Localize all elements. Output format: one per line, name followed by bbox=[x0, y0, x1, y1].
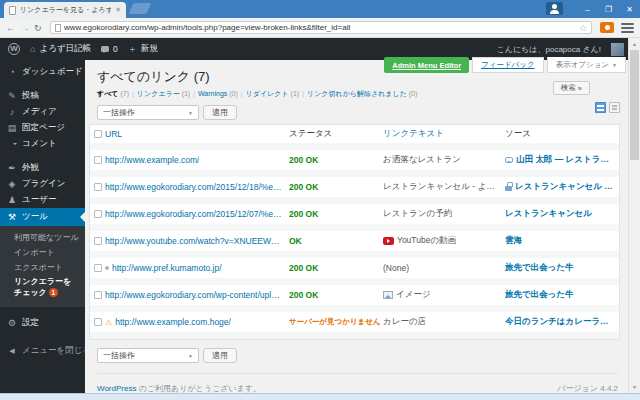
filter-redirects[interactable]: リダイレクト bbox=[246, 90, 289, 97]
feedback-button[interactable]: フィードバック bbox=[472, 57, 544, 73]
admin-menu-editor-button[interactable]: Admin Menu Editor bbox=[384, 57, 469, 73]
column-header-status: ステータス bbox=[289, 125, 383, 143]
browser-tab[interactable]: リンクエラーを見る・よろず日... ✕ bbox=[4, 2, 126, 18]
scroll-down-icon[interactable]: ▼ bbox=[629, 384, 640, 390]
sidebar-item-posts[interactable]: ✎ 投稿 bbox=[0, 88, 85, 104]
column-header-link-text[interactable]: リンクテキスト bbox=[383, 125, 505, 143]
new-tab-button[interactable] bbox=[129, 3, 152, 14]
screenshot-extension-icon[interactable] bbox=[600, 22, 614, 33]
status-text: 200 OK bbox=[289, 263, 318, 273]
link-url[interactable]: http://www.example.com/ bbox=[105, 155, 199, 165]
forward-icon[interactable]: → bbox=[20, 20, 30, 36]
filter-dismissed[interactable]: リンク切れから解除されました bbox=[307, 90, 407, 97]
column-header-url[interactable]: URL bbox=[105, 125, 289, 143]
sidebar-item-comments[interactable]: コメント bbox=[0, 136, 85, 152]
table-row: http://www.example.com/ 200 OK お洒落なレストラン… bbox=[90, 150, 619, 177]
submenu-available-tools[interactable]: 利用可能なツール bbox=[0, 231, 85, 246]
search-button[interactable]: 検索 » bbox=[553, 81, 590, 95]
select-all-checkbox[interactable] bbox=[94, 130, 102, 138]
source-link[interactable]: 旅先で出会った牛 bbox=[505, 289, 574, 301]
link-url[interactable]: http://www.pref.kumamoto.jp/ bbox=[112, 263, 222, 273]
screen-options-button[interactable]: 表示オプション ▼ bbox=[547, 57, 626, 73]
howdy-greeting[interactable]: こんにちは、pocapoca さん! bbox=[497, 44, 601, 55]
address-bar[interactable]: www.egokorodiary.com/wp-admin/tools.php?… bbox=[50, 21, 592, 34]
admin-bar-new[interactable]: ＋ 新規 bbox=[128, 43, 158, 56]
link-url[interactable]: http://www.example.com.hoge/ bbox=[115, 317, 231, 327]
bulk-action-select[interactable]: 一括操作 ▼ bbox=[97, 348, 199, 363]
link-text: YouTubeの動画 bbox=[397, 235, 456, 247]
row-checkbox[interactable] bbox=[94, 183, 102, 191]
admin-bar-site-link[interactable]: ⌂ よろず日記帳 bbox=[30, 43, 91, 55]
page-scrollbar[interactable]: ▲ ▼ bbox=[628, 38, 640, 393]
table-row: http://www.egokorodiary.com/2015/12/07/%… bbox=[90, 204, 619, 231]
search-arrow-icon: » bbox=[578, 84, 582, 93]
media-icon: ♪ bbox=[7, 107, 17, 117]
sidebar-item-dashboard[interactable]: ◔ ダッシュボード bbox=[0, 64, 85, 80]
close-button[interactable]: ✕ bbox=[619, 0, 640, 18]
status-text: 200 OK bbox=[289, 209, 318, 219]
sidebar-collapse-menu[interactable]: ◀ メニューを閉じる bbox=[0, 343, 85, 359]
status-text: 200 OK bbox=[289, 155, 318, 165]
bookmark-star-icon[interactable]: ☆ bbox=[579, 23, 587, 33]
source-link[interactable]: レストランキャンセル - よろず日... bbox=[515, 181, 613, 193]
sidebar-item-plugins[interactable]: ◈ プラグイン bbox=[0, 176, 85, 192]
user-avatar[interactable] bbox=[611, 43, 624, 56]
sidebar-item-media[interactable]: ♪ メディア bbox=[0, 104, 85, 120]
submenu-export[interactable]: エクスポート bbox=[0, 261, 85, 276]
sidebar-item-pages[interactable]: ▤ 固定ページ bbox=[0, 120, 85, 136]
source-link[interactable]: 旅先で出会った牛 bbox=[505, 262, 574, 274]
source-link[interactable]: 山田 太郎 — レストランの夕食い... bbox=[516, 154, 613, 166]
tab-close-icon[interactable]: ✕ bbox=[115, 6, 121, 14]
filter-broken[interactable]: リンクエラー bbox=[137, 90, 180, 97]
admin-bar-comments[interactable]: 0 bbox=[101, 44, 118, 54]
reload-icon[interactable]: ↻ bbox=[34, 20, 42, 36]
url-text[interactable]: www.egokorodiary.com/wp-admin/tools.php?… bbox=[64, 23, 576, 32]
row-checkbox[interactable] bbox=[94, 264, 102, 272]
chrome-profile-icon[interactable] bbox=[546, 2, 563, 15]
submenu-import[interactable]: インポート bbox=[0, 246, 85, 261]
row-checkbox[interactable] bbox=[94, 318, 102, 326]
maximize-button[interactable]: ❐ bbox=[598, 0, 619, 18]
minimize-button[interactable]: – bbox=[577, 0, 598, 18]
apply-button[interactable]: 適用 bbox=[203, 348, 237, 363]
back-icon[interactable]: ← bbox=[6, 20, 16, 36]
row-checkbox[interactable] bbox=[94, 210, 102, 218]
filter-links: すべて (7)|リンクエラー (1)|Warnings (0)|リダイレクト (… bbox=[97, 89, 417, 99]
comment-bubble-icon bbox=[101, 46, 109, 52]
page-icon bbox=[55, 24, 61, 32]
top-buttons: Admin Menu Editor フィードバック 表示オプション ▼ bbox=[384, 57, 626, 73]
row-checkbox[interactable] bbox=[94, 156, 102, 164]
source-link[interactable]: 雲海 bbox=[505, 235, 522, 247]
sidebar-item-tools[interactable]: ⚒ ツール bbox=[0, 208, 85, 226]
link-url[interactable]: http://www.youtube.com/watch?v=XNUEEWaaq… bbox=[105, 236, 283, 246]
submenu-check-link-errors[interactable]: リンクエラーをチェック1 bbox=[0, 275, 85, 301]
chrome-menu-icon[interactable] bbox=[621, 23, 634, 33]
link-url[interactable]: http://www.egokorodiary.com/wp-content/u… bbox=[105, 290, 283, 300]
scroll-up-icon[interactable]: ▲ bbox=[629, 41, 640, 47]
scrollbar-thumb[interactable] bbox=[630, 50, 639, 160]
apply-button[interactable]: 適用 bbox=[203, 105, 237, 120]
filter-warnings[interactable]: Warnings bbox=[198, 90, 227, 97]
row-checkbox[interactable] bbox=[94, 237, 102, 245]
wordpress-logo-icon[interactable]: W bbox=[8, 43, 20, 55]
source-link[interactable]: レストランキャンセル bbox=[505, 208, 592, 220]
link-url[interactable]: http://www.egokorodiary.com/2015/12/07/%… bbox=[105, 209, 283, 219]
posts-icon: ✎ bbox=[7, 91, 17, 101]
compact-view-icon[interactable] bbox=[609, 102, 620, 113]
link-url[interactable]: http://www.egokorodiary.com/2015/12/18/%… bbox=[105, 182, 283, 192]
tab-title: リンクエラーを見る・よろず日... bbox=[20, 5, 111, 15]
sidebar-item-users[interactable]: ♟ ユーザー bbox=[0, 192, 85, 208]
wordpress-footer-link[interactable]: WordPress bbox=[97, 384, 136, 393]
source-link[interactable]: 今日のランチはカレーライス bbox=[505, 316, 613, 328]
sidebar-item-settings[interactable]: ⚙ 設定 bbox=[0, 315, 85, 331]
page-favicon-icon bbox=[9, 6, 16, 15]
window-controls: – ❐ ✕ bbox=[546, 0, 640, 18]
bulk-action-select[interactable]: 一括操作 ▼ bbox=[97, 105, 199, 120]
sidebar-item-appearance[interactable]: ✒ 外観 bbox=[0, 160, 85, 176]
list-view-icon[interactable] bbox=[595, 102, 606, 113]
row-checkbox[interactable] bbox=[94, 291, 102, 299]
home-icon: ⌂ bbox=[30, 44, 35, 54]
filter-all[interactable]: すべて bbox=[97, 90, 119, 97]
collapse-arrow-icon: ◀ bbox=[7, 347, 17, 355]
admin-footer: WordPress のご利用ありがとうございます。 バージョン 4.4.2 bbox=[97, 373, 618, 394]
